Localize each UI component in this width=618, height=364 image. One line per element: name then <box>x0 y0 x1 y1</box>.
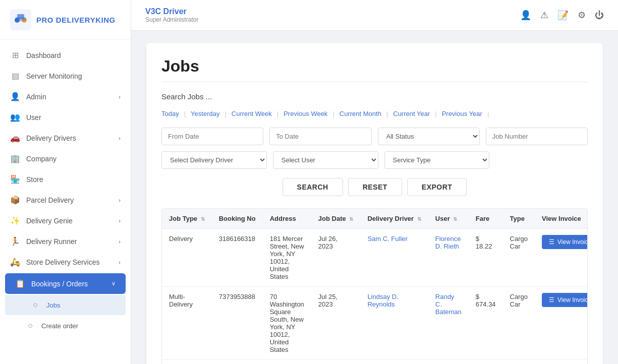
driver-link[interactable]: Sam C. Fuller <box>367 235 407 242</box>
table-row: Delivery 8000710211 80 Washington Square… <box>162 360 588 365</box>
sidebar-item-store-delivery-services[interactable]: 🛵 Store Delivery Services › <box>0 252 131 272</box>
chevron-right-icon: › <box>119 135 121 141</box>
search-button[interactable]: SEARCH <box>283 178 343 196</box>
chevron-right-icon: › <box>119 238 121 245</box>
logo: PRO DELIVERYKING <box>0 0 131 40</box>
driver-icon: 🚗 <box>10 133 20 143</box>
driver-link[interactable]: Lindsay D. Reynolds <box>367 293 398 308</box>
users-icon: 👥 <box>10 112 20 122</box>
service-type-select[interactable]: Service Type Cargo Car Motorcycle Van Tr… <box>384 151 490 169</box>
warning-icon[interactable]: ⚠ <box>540 10 548 21</box>
view-invoice-button[interactable]: ☰ View Invoice <box>542 235 588 249</box>
user-icon[interactable]: 👤 <box>520 10 531 21</box>
orders-icon: 📋 <box>15 279 25 288</box>
filter-tab-previous-week[interactable]: Previous Week <box>284 109 327 118</box>
sep-6: | <box>435 110 436 117</box>
sidebar: PRO DELIVERYKING ⊞ Dashboard ▤ Server Mo… <box>0 0 131 364</box>
store-icon: 🏪 <box>10 174 20 184</box>
filter-tab-current-month[interactable]: Current Month <box>340 109 381 118</box>
power-icon[interactable]: ⏻ <box>595 10 604 21</box>
cell-fare: $ 674.34 <box>469 287 503 360</box>
chevron-down-icon: ∨ <box>111 280 116 287</box>
monitor-icon: ▤ <box>10 71 20 81</box>
filter-tab-yesterday[interactable]: Yesterday <box>191 109 219 118</box>
col-view-invoice: View Invoice <box>535 209 588 229</box>
export-button[interactable]: EXPORT <box>407 178 467 196</box>
from-date-input[interactable] <box>161 128 263 145</box>
circle-icon: ○ <box>25 321 35 330</box>
sort-icon[interactable]: ⇅ <box>201 216 205 222</box>
sidebar-item-delivery-genie[interactable]: ✨ Delivery Genie › <box>0 210 131 231</box>
cell-user: Joshua S. <box>428 360 469 365</box>
cell-fare: $ 18.22 <box>469 229 503 287</box>
filter-row-2: Select Delivery Driver Select User Servi… <box>161 151 588 169</box>
cell-booking-no: 3186166318 <box>212 229 263 287</box>
cell-job-type: Delivery <box>162 360 212 365</box>
sort-icon[interactable]: ⇅ <box>417 216 421 222</box>
sidebar-item-store[interactable]: 🏪 Store <box>0 169 131 190</box>
filter-tab-previous-year[interactable]: Previous Year <box>442 109 482 118</box>
sidebar-item-company[interactable]: 🏢 Company <box>0 148 131 169</box>
invoice-list-icon: ☰ <box>549 238 554 246</box>
to-date-input[interactable] <box>269 128 371 145</box>
page-title: Jobs <box>161 57 588 76</box>
person-icon: 👤 <box>10 92 20 101</box>
cell-booking-no: 7373953888 <box>212 287 263 360</box>
box-icon: 📦 <box>10 195 20 205</box>
cell-delivery-driver: Sam C. Fuller <box>360 229 428 287</box>
col-job-type: Job Type ⇅ <box>162 209 212 229</box>
sidebar-item-delivery-drivers[interactable]: 🚗 Delivery Drivers › <box>0 128 131 148</box>
sort-icon[interactable]: ⇅ <box>453 216 457 222</box>
cell-job-type: Multi-Delivery <box>162 287 212 360</box>
sidebar-item-bookings-orders[interactable]: 📋 Bookings / Orders ∨ <box>5 273 126 294</box>
navigation: ⊞ Dashboard ▤ Server Monitoring 👤 Admin … <box>0 40 131 341</box>
divider <box>161 82 588 82</box>
cell-invoice: ☰ View Invoice <box>535 229 588 287</box>
sort-icon[interactable]: ⇅ <box>349 216 353 222</box>
topbar: V3C Driver Super Administrator 👤 ⚠ 📝 ⚙ ⏻ <box>131 0 618 31</box>
sep-7: | <box>487 110 489 117</box>
sidebar-item-parcel-delivery[interactable]: 📦 Parcel Delivery › <box>0 190 131 210</box>
user-select[interactable]: Select User <box>273 151 378 169</box>
cell-delivery-driver: Lindsay D. Reynolds <box>360 287 428 360</box>
filter-tab-current-week[interactable]: Current Week <box>232 109 272 118</box>
sidebar-item-create-order[interactable]: ○ Create order <box>0 316 131 336</box>
status-select[interactable]: All Status Active Inactive Completed Can… <box>378 128 480 145</box>
reset-button[interactable]: RESET <box>348 178 402 196</box>
logo-icon <box>10 9 31 30</box>
filter-tab-current-year[interactable]: Current Year <box>393 109 430 118</box>
cell-delivery-driver: Cindy W. <box>360 360 428 365</box>
sidebar-item-user[interactable]: 👥 User <box>0 107 131 128</box>
cell-booking-no: 8000710211 <box>212 360 263 365</box>
sidebar-item-server-monitoring[interactable]: ▤ Server Monitoring <box>0 66 131 86</box>
settings-icon[interactable]: ⚙ <box>578 10 586 21</box>
col-job-date: Job Date ⇅ <box>311 209 361 229</box>
chevron-right-icon: › <box>119 197 121 203</box>
edit-icon[interactable]: 📝 <box>557 10 569 21</box>
driver-name: V3C Driver <box>145 7 198 16</box>
sep-5: | <box>386 110 388 117</box>
cell-user: Florence D. Rieth <box>428 229 469 287</box>
table: Job Type ⇅ Booking No Address Job Date <box>162 209 588 364</box>
job-number-input[interactable] <box>486 128 588 145</box>
cell-job-type: Delivery <box>162 229 212 287</box>
chevron-right-icon: › <box>119 94 121 100</box>
runner-icon: 🏃 <box>10 236 20 246</box>
sidebar-item-delivery-runner[interactable]: 🏃 Delivery Runner › <box>0 231 131 252</box>
jobs-card: Jobs Search Jobs ... Today | Yesterday |… <box>146 43 603 364</box>
sep-2: | <box>224 110 226 117</box>
user-link[interactable]: Randy C. Bateman <box>435 293 462 316</box>
delivery-driver-select[interactable]: Select Delivery Driver <box>161 151 267 169</box>
sidebar-item-jobs[interactable]: ○ Jobs <box>5 295 126 315</box>
filter-row-1: All Status Active Inactive Completed Can… <box>161 128 588 145</box>
filter-tab-today[interactable]: Today <box>161 109 179 118</box>
cell-invoice: ☰ View Invoice <box>535 287 588 360</box>
sidebar-item-admin[interactable]: 👤 Admin › <box>0 86 131 107</box>
view-invoice-button[interactable]: ☰ View Invoice <box>542 293 588 307</box>
table-row: Delivery 3186166318 181 Mercer Street, N… <box>162 229 588 287</box>
sidebar-item-dashboard[interactable]: ⊞ Dashboard <box>0 45 131 66</box>
cell-type: Cargo Car <box>503 229 535 287</box>
user-link[interactable]: Florence D. Rieth <box>435 235 461 250</box>
cell-user: Randy C. Bateman <box>428 287 469 360</box>
sep-1: | <box>184 110 186 117</box>
